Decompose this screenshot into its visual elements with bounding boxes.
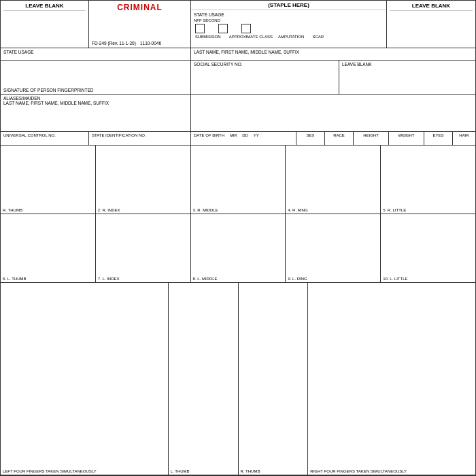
cell-state-id: STATE IDENTIFICATION NO. bbox=[89, 132, 191, 145]
cell-eyes: EYES bbox=[424, 132, 453, 145]
cell-signature: SIGNATURE OF PERSON FINGERPRINTED bbox=[1, 61, 191, 94]
leave-blank-right-title: LEAVE BLANK bbox=[390, 3, 473, 11]
fd-info: FD-249 (Rev. 11-1-20) 1110-0046 bbox=[89, 39, 164, 48]
fingerprint-r-thumb: R. THUMB bbox=[1, 146, 96, 214]
form-container: LEAVE BLANK CRIMINAL FD-249 (Rev. 11-1-2… bbox=[0, 0, 476, 476]
cell-state-usage: STATE USAGE bbox=[1, 48, 191, 60]
state-usage-label: STATE USAGE bbox=[194, 12, 224, 17]
amputation-label: AMPUTATION bbox=[278, 35, 304, 39]
left-hand-fingerprints: 6. L. THUMB 7. L. INDEX 8. L. MIDDLE 9. … bbox=[1, 214, 475, 283]
submission-label: SUBMISSION bbox=[195, 35, 221, 39]
dob-yy: YY bbox=[254, 133, 259, 137]
ssn-label: SOCIAL SECURITY NO. bbox=[194, 62, 243, 67]
signature-row: SIGNATURE OF PERSON FINGERPRINTED SOCIAL… bbox=[1, 61, 475, 95]
cell-dob: DATE OF BIRTH MM DD YY bbox=[191, 132, 296, 145]
l-middle-label: 8. L. MIDDLE bbox=[193, 277, 284, 281]
cell-aliases: ALIASES/MAIDEN LAST NAME, FIRST NAME, MI… bbox=[1, 95, 191, 131]
l-index-label: 7. L. INDEX bbox=[98, 277, 188, 281]
cell-last-name: LAST NAME, FIRST NAME, MIDDLE NAME, SUFF… bbox=[191, 48, 475, 60]
cell-ucn: UNIVERSAL CONTROL NO. bbox=[1, 132, 89, 145]
aliases-name-label: LAST NAME, FIRST NAME, MIDDLE NAME, SUFF… bbox=[3, 101, 188, 105]
staple-inner: (STAPLE HERE) STATE USAGE NFF SECOND bbox=[191, 1, 386, 48]
staple-title: (STAPLE HERE) bbox=[191, 1, 386, 10]
height-label: HEIGHT bbox=[363, 133, 379, 137]
leave-blank-right-section: LEAVE BLANK bbox=[387, 1, 475, 48]
nff-second-label: NFF SECOND bbox=[194, 18, 384, 22]
weight-label: WEIGHT bbox=[398, 133, 415, 137]
l-thumb-label: 6. L. THUMB bbox=[3, 277, 93, 281]
r-middle-label: 3. R. MIDDLE bbox=[193, 208, 284, 212]
r-index-label: 2. R. INDEX bbox=[98, 208, 188, 212]
aliases-maiden-label: ALIASES/MAIDEN bbox=[3, 96, 188, 101]
l-ring-label: 9. L. RING bbox=[288, 277, 378, 281]
fingerprint-l-thumb: 6. L. THUMB bbox=[1, 214, 96, 282]
fd-number: FD-249 (Rev. 11-1-20) bbox=[92, 41, 136, 46]
ucn-row: UNIVERSAL CONTROL NO. STATE IDENTIFICATI… bbox=[1, 132, 475, 146]
aliases-row: ALIASES/MAIDEN LAST NAME, FIRST NAME, MI… bbox=[1, 95, 475, 132]
header-row: LEAVE BLANK CRIMINAL FD-249 (Rev. 11-1-2… bbox=[1, 1, 475, 48]
dob-mm: MM bbox=[230, 133, 237, 137]
right-four-label: RIGHT FOUR FINGERS TAKEN SIMULTANEOUSLY bbox=[310, 468, 473, 473]
checkbox-box-approx[interactable] bbox=[218, 24, 228, 33]
submission-info-row: SUBMISSION APPROXIMATE CLASS AMPUTATION … bbox=[194, 35, 384, 39]
state-usage-row: STATE USAGE bbox=[194, 12, 384, 18]
fingerprint-r-index: 2. R. INDEX bbox=[96, 146, 191, 214]
eyes-label: EYES bbox=[432, 133, 443, 137]
four-finger-l-thumb: L. THUMB bbox=[169, 283, 239, 475]
scar-label: SCAR bbox=[312, 35, 324, 39]
omb-number: 1110-0046 bbox=[140, 41, 161, 46]
ucn-label: UNIVERSAL CONTROL NO. bbox=[3, 133, 56, 137]
dob-label: DATE OF BIRTH bbox=[194, 133, 224, 137]
signature-label: SIGNATURE OF PERSON FINGERPRINTED bbox=[3, 88, 188, 92]
criminal-section: CRIMINAL FD-249 (Rev. 11-1-20) 1110-0046 bbox=[89, 1, 191, 48]
checkbox-box-amputation[interactable] bbox=[241, 24, 251, 33]
hair-label: HAIR bbox=[459, 133, 469, 137]
left-four-label: LEFT FOUR FINGERS TAKEN SIMULTANEOUSLY bbox=[3, 468, 166, 473]
cell-leave-blank-mid: LEAVE BLANK bbox=[339, 61, 475, 94]
sex-label: SEX bbox=[306, 133, 314, 137]
cell-height: HEIGHT bbox=[354, 132, 389, 145]
fingerprint-r-ring: 4. R. RING bbox=[286, 146, 381, 214]
staple-here-section: (STAPLE HERE) STATE USAGE NFF SECOND bbox=[191, 1, 387, 48]
four-finger-right: RIGHT FOUR FINGERS TAKEN SIMULTANEOUSLY bbox=[308, 283, 475, 475]
fingerprint-r-middle: 3. R. MIDDLE bbox=[191, 146, 286, 214]
state-id-label: STATE IDENTIFICATION NO. bbox=[92, 133, 146, 137]
checkbox-approx bbox=[218, 24, 228, 33]
checkbox-amputation bbox=[241, 24, 251, 33]
staple-content: STATE USAGE NFF SECOND bbox=[191, 10, 386, 40]
cell-race: RACE bbox=[325, 132, 354, 145]
fingerprint-l-index: 7. L. INDEX bbox=[96, 214, 191, 282]
l-little-label: 10. L. LITTLE bbox=[383, 277, 473, 281]
r-ring-label: 4. R. RING bbox=[288, 208, 378, 212]
fingerprint-l-little: 10. L. LITTLE bbox=[381, 214, 475, 282]
right-hand-fingerprints: R. THUMB 2. R. INDEX 3. R. MIDDLE 4. R. … bbox=[1, 146, 475, 214]
race-label: RACE bbox=[333, 133, 345, 137]
cell-weight: WEIGHT bbox=[389, 132, 424, 145]
r-thumb-bottom-label: R. THUMB bbox=[241, 468, 306, 473]
last-name-label: LAST NAME, FIRST NAME, MIDDLE NAME, SUFF… bbox=[194, 50, 299, 54]
checkbox-submission bbox=[195, 24, 205, 33]
four-fingers-row: LEFT FOUR FINGERS TAKEN SIMULTANEOUSLY L… bbox=[1, 283, 475, 475]
fingerprint-l-middle: 8. L. MIDDLE bbox=[191, 214, 286, 282]
state-usage-field-label: STATE USAGE bbox=[3, 50, 34, 54]
leave-blank-left-section: LEAVE BLANK bbox=[1, 1, 89, 48]
four-finger-left: LEFT FOUR FINGERS TAKEN SIMULTANEOUSLY bbox=[1, 283, 169, 475]
l-thumb-bottom-label: L. THUMB bbox=[171, 468, 236, 473]
approx-label: APPROXIMATE CLASS bbox=[229, 35, 273, 39]
cell-sex: SEX bbox=[296, 132, 325, 145]
r-little-label: 5. R. LITTLE bbox=[383, 208, 473, 212]
state-name-row: STATE USAGE LAST NAME, FIRST NAME, MIDDL… bbox=[1, 48, 475, 61]
checkboxes-row bbox=[194, 24, 384, 33]
criminal-title: CRIMINAL bbox=[117, 3, 163, 12]
fingerprint-r-little: 5. R. LITTLE bbox=[381, 146, 475, 214]
r-thumb-label: R. THUMB bbox=[3, 208, 93, 212]
fingerprint-l-ring: 9. L. RING bbox=[286, 214, 381, 282]
leave-blank-mid-label: LEAVE BLANK bbox=[342, 62, 372, 67]
leave-blank-left-title: LEAVE BLANK bbox=[3, 3, 86, 11]
cell-hair: HAIR bbox=[453, 132, 475, 145]
cell-ssn: SOCIAL SECURITY NO. bbox=[191, 61, 339, 94]
cell-aliases-right bbox=[191, 95, 475, 131]
four-finger-r-thumb: R. THUMB bbox=[239, 283, 309, 475]
checkbox-box-submission[interactable] bbox=[195, 24, 205, 33]
dob-dd: DD bbox=[242, 133, 248, 137]
